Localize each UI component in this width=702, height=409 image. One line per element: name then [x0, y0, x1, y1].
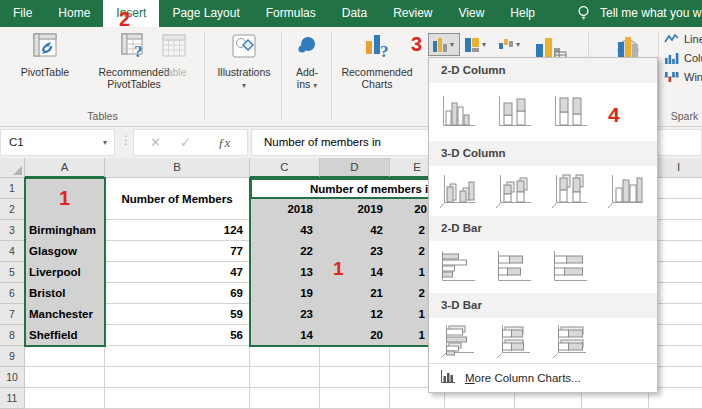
y2019-cell[interactable]: 12 [320, 304, 390, 325]
sparkline-line-button[interactable]: Line [664, 33, 702, 45]
cell-A10[interactable] [25, 367, 105, 388]
tell-me-box[interactable]: Tell me what you w [600, 0, 701, 27]
cell-C11[interactable] [250, 388, 320, 409]
3d-clustered-bar-icon[interactable] [438, 321, 478, 361]
insert-column-chart-button[interactable]: ▾ [428, 33, 460, 56]
city-cell[interactable]: Sheffield [25, 325, 105, 346]
row-header-6[interactable]: 6 [0, 283, 25, 304]
y2019-cell[interactable]: 42 [320, 220, 390, 241]
row-header-1[interactable]: 1 [0, 178, 25, 199]
merged-cell-a1-a2[interactable]: 1 [25, 178, 105, 220]
tab-page-layout[interactable]: Page Layout [159, 0, 252, 27]
cell-C9[interactable] [250, 346, 320, 367]
100-stacked-bar-icon[interactable] [550, 247, 590, 287]
100-stacked-column-icon[interactable] [550, 92, 590, 132]
enter-icon[interactable]: ✓ [180, 130, 191, 155]
3d-stacked-bar-icon[interactable] [494, 321, 534, 361]
sparkline-column-button[interactable]: Column [664, 52, 702, 64]
year-2018-header-cell[interactable]: 2018 [250, 199, 320, 220]
tab-review[interactable]: Review [380, 0, 445, 27]
cell-A9[interactable] [25, 346, 105, 367]
tab-help[interactable]: Help [497, 0, 548, 27]
3d-clustered-column-icon[interactable] [438, 171, 478, 211]
3d-100-stacked-bar-icon[interactable] [550, 321, 590, 361]
city-cell[interactable]: Birmingham [25, 220, 105, 241]
name-box[interactable]: C1 ▾ [0, 129, 115, 156]
stacked-bar-icon[interactable] [494, 247, 534, 287]
tab-home[interactable]: Home [45, 0, 103, 27]
tab-insert[interactable]: Insert [103, 0, 159, 27]
name-box-dropdown-arrow-icon[interactable]: ▾ [103, 130, 107, 155]
cell-C10[interactable] [250, 367, 320, 388]
sparkline-line-icon [664, 33, 679, 45]
members-cell[interactable]: 59 [105, 304, 250, 325]
y2018-cell[interactable]: 19 [250, 283, 320, 304]
cell-B9[interactable] [105, 346, 250, 367]
cell-D11[interactable] [320, 388, 390, 409]
row-header-7[interactable]: 7 [0, 304, 25, 325]
column-header-C[interactable]: C [250, 158, 320, 178]
y2018-cell[interactable]: 43 [250, 220, 320, 241]
name-box-value: C1 [9, 136, 24, 148]
city-cell[interactable]: Manchester [25, 304, 105, 325]
group-separator [204, 32, 205, 120]
3d-stacked-column-icon[interactable] [494, 171, 534, 211]
cell-A11[interactable] [25, 388, 105, 409]
members-cell[interactable]: 47 [105, 262, 250, 283]
clustered-bar-icon[interactable] [438, 247, 478, 287]
row-header-11[interactable]: 11 [0, 388, 25, 409]
tab-formulas[interactable]: Formulas [253, 0, 329, 27]
row-header-4[interactable]: 4 [0, 241, 25, 262]
more-column-charts-item[interactable]: More Column Charts... [429, 363, 657, 391]
y2019-cell[interactable]: 14 [320, 262, 390, 283]
cell-D10[interactable] [320, 367, 390, 388]
stacked-column-icon[interactable] [494, 92, 534, 132]
members-cell[interactable]: 124 [105, 220, 250, 241]
cell-B10[interactable] [105, 367, 250, 388]
city-cell[interactable]: Glasgow [25, 241, 105, 262]
tab-file[interactable]: File [0, 0, 45, 27]
y2018-cell[interactable]: 22 [250, 241, 320, 262]
row-header-3[interactable]: 3 [0, 220, 25, 241]
3d-100-stacked-column-icon[interactable] [550, 171, 590, 211]
column-header-A[interactable]: A [25, 158, 105, 178]
y2018-cell[interactable]: 13 [250, 262, 320, 283]
members-cell[interactable]: 56 [105, 325, 250, 346]
cell-D9[interactable] [320, 346, 390, 367]
merged-cell-b1-b2[interactable]: Number of Members [105, 178, 250, 220]
column-header-B[interactable]: B [105, 158, 250, 178]
sparkline-winloss-button[interactable]: Win/Loss [664, 71, 702, 83]
y2018-cell[interactable]: 14 [250, 325, 320, 346]
row-header-10[interactable]: 10 [0, 367, 25, 388]
row-header-9[interactable]: 9 [0, 346, 25, 367]
year-2019-header-cell[interactable]: 2019 [320, 199, 390, 220]
clustered-column-icon[interactable] [438, 92, 478, 132]
row-header-5[interactable]: 5 [0, 262, 25, 283]
y2019-cell[interactable]: 23 [320, 241, 390, 262]
insert-function-icon[interactable]: ƒx [218, 130, 230, 155]
y2018-cell[interactable]: 23 [250, 304, 320, 325]
tab-view[interactable]: View [446, 0, 498, 27]
illustrations-button[interactable]: Illustrations ▾ [212, 31, 276, 92]
svg-text:?: ? [380, 42, 389, 61]
column-chart-icon [432, 37, 448, 52]
tab-data[interactable]: Data [329, 0, 380, 27]
select-all-corner[interactable] [0, 158, 25, 178]
y2019-cell[interactable]: 21 [320, 283, 390, 304]
y2019-cell[interactable]: 20 [320, 325, 390, 346]
3d-column-icon[interactable] [606, 171, 646, 211]
insert-waterfall-chart-button[interactable]: ▾ [498, 33, 528, 56]
add-ins-button[interactable]: Add- ins ▾ [285, 31, 329, 92]
row-header-2[interactable]: 2 [0, 199, 25, 220]
city-cell[interactable]: Liverpool [25, 262, 105, 283]
row-header-8[interactable]: 8 [0, 325, 25, 346]
cell-B11[interactable] [105, 388, 250, 409]
members-cell[interactable]: 77 [105, 241, 250, 262]
insert-hierarchy-chart-button[interactable]: ▾ [464, 33, 494, 56]
recommended-charts-button[interactable]: ? Recommended Charts [336, 31, 418, 90]
column-header-D[interactable]: D [320, 158, 390, 178]
cancel-icon[interactable]: ✕ [150, 130, 161, 155]
pivottable-button[interactable]: PivotTable [6, 31, 84, 78]
members-cell[interactable]: 69 [105, 283, 250, 304]
city-cell[interactable]: Bristol [25, 283, 105, 304]
